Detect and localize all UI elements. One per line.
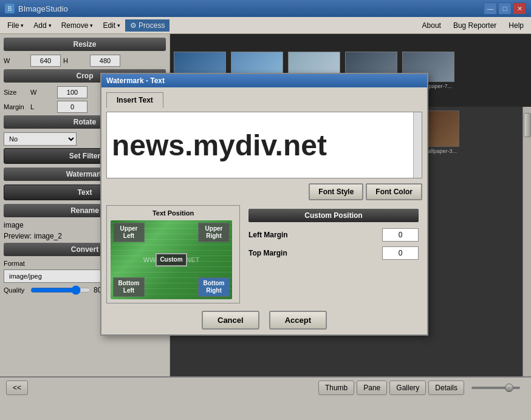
text-preview-area[interactable]: news.mydiv.net <box>106 112 422 178</box>
tab-insert-text[interactable]: Insert Text <box>106 92 163 108</box>
custom-position-box: Custom Position Left Margin Top Margin <box>245 205 422 303</box>
font-color-button[interactable]: Font Color <box>366 183 422 200</box>
dialog-tabs: Insert Text <box>106 92 422 108</box>
left-margin-label: Left Margin <box>248 231 288 239</box>
top-margin-input[interactable] <box>382 246 419 260</box>
dialog-body: Insert Text news.mydiv.net Font Style Fo… <box>101 87 427 334</box>
cancel-button[interactable]: Cancel <box>202 311 259 330</box>
left-margin-row: Left Margin <box>248 228 419 242</box>
accept-button[interactable]: Accept <box>269 311 327 330</box>
bottom-right-button[interactable]: BottomRight <box>198 277 230 297</box>
top-margin-row: Top Margin <box>248 246 419 260</box>
preview-scrollbar[interactable] <box>413 112 422 178</box>
upper-right-button[interactable]: UpperRight <box>198 223 230 242</box>
dialog-buttons: Cancel Accept <box>106 311 422 330</box>
custom-button[interactable]: Custom <box>156 253 187 266</box>
dialog-titlebar: Watermark - Text <box>101 74 427 87</box>
text-position-label: Text Position <box>111 209 236 217</box>
bottom-left-button[interactable]: BottomLeft <box>113 277 145 297</box>
preview-text: news.mydiv.net <box>112 129 327 162</box>
left-margin-input[interactable] <box>382 228 419 242</box>
font-buttons-row: Font Style Font Color <box>106 183 422 200</box>
dialog-overlay: Watermark - Text Insert Text news.mydiv.… <box>0 0 531 420</box>
position-grid: WWW.MYDIV.NET UpperLeft UpperRight Custo… <box>111 220 232 299</box>
font-style-button[interactable]: Font Style <box>309 183 363 200</box>
position-custom-row: Text Position WWW.MYDIV.NET UpperLeft Up… <box>106 205 422 303</box>
custom-position-title: Custom Position <box>248 209 419 222</box>
text-position-box: Text Position WWW.MYDIV.NET UpperLeft Up… <box>106 205 240 303</box>
upper-left-button[interactable]: UpperLeft <box>113 223 145 242</box>
watermark-dialog: Watermark - Text Insert Text news.mydiv.… <box>100 73 428 336</box>
top-margin-label: Top Margin <box>248 249 287 257</box>
